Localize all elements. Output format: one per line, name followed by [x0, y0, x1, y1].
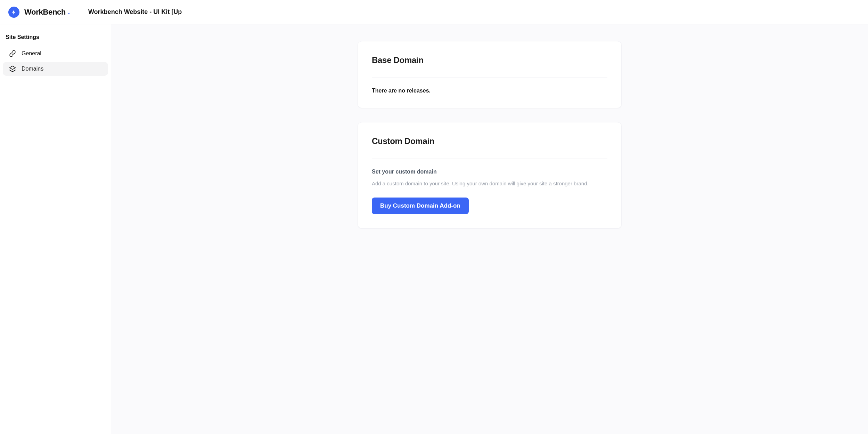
topbar: WorkBench . Workbench Website - UI Kit […	[0, 0, 868, 24]
sidebar-item-domains[interactable]: Domains	[3, 62, 108, 76]
content-column: Base Domain There are no releases. Custo…	[358, 41, 622, 417]
sidebar-heading: Site Settings	[3, 33, 108, 47]
shell: Site Settings General Domains	[0, 24, 868, 434]
sidebar-item-label: Domains	[22, 66, 43, 72]
page-title: Workbench Website - UI Kit [Up	[88, 8, 182, 16]
main: Base Domain There are no releases. Custo…	[111, 24, 868, 434]
no-releases-text: There are no releases.	[372, 88, 607, 94]
layers-icon	[9, 65, 16, 72]
brand-dot: .	[68, 7, 70, 16]
svg-marker-0	[10, 66, 16, 70]
divider	[372, 159, 607, 159]
buy-custom-domain-button[interactable]: Buy Custom Domain Add-on	[372, 198, 469, 214]
divider	[372, 78, 607, 78]
sidebar: Site Settings General Domains	[0, 24, 111, 434]
link-icon	[9, 50, 16, 57]
custom-domain-subhead: Set your custom domain	[372, 169, 607, 175]
card-title: Custom Domain	[372, 136, 607, 146]
brand-name: WorkBench .	[24, 8, 70, 17]
sidebar-item-general[interactable]: General	[3, 47, 108, 61]
bolt-logo-icon	[8, 7, 19, 18]
divider	[79, 7, 79, 17]
card-custom-domain: Custom Domain Set your custom domain Add…	[358, 122, 622, 228]
brand[interactable]: WorkBench .	[8, 7, 70, 18]
custom-domain-description: Add a custom domain to your site. Using …	[372, 180, 607, 188]
card-title: Base Domain	[372, 55, 607, 65]
sidebar-item-label: General	[22, 50, 41, 57]
card-base-domain: Base Domain There are no releases.	[358, 41, 622, 108]
